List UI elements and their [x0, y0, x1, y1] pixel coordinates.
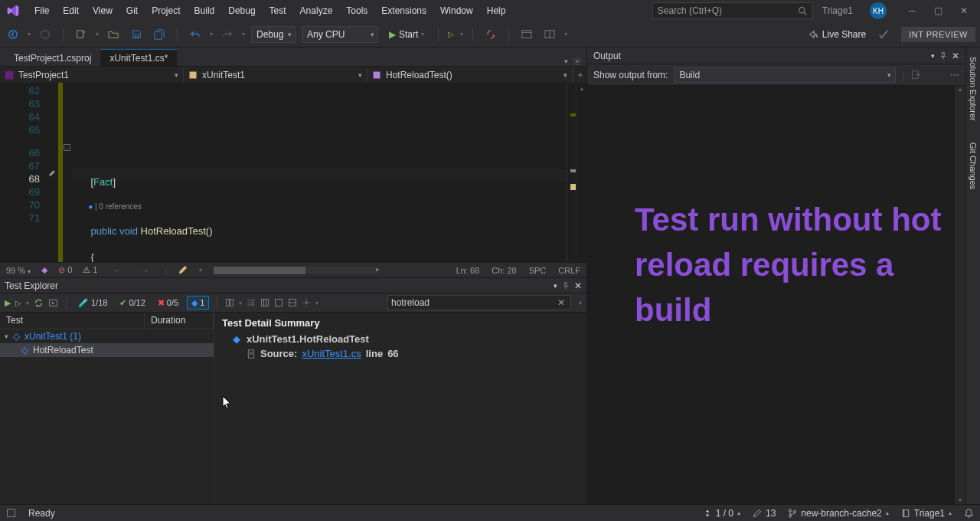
redo-icon[interactable] [219, 26, 236, 43]
dropdown-arrow-icon[interactable]: ▾ [96, 31, 99, 38]
user-avatar[interactable]: KH [870, 2, 887, 19]
te-settings-icon[interactable] [302, 298, 311, 307]
window-position-icon[interactable]: ▾ [554, 282, 557, 290]
te-columns-icon[interactable] [260, 298, 270, 307]
run-icon[interactable]: ▷ [15, 299, 21, 307]
tree-node-root[interactable]: ▾ ◇ xUnitTest1 (1) [0, 329, 214, 343]
vertical-scrollbar[interactable]: ▴ [576, 83, 586, 262]
menu-test[interactable]: Test [263, 2, 293, 19]
dropdown-arrow-icon[interactable]: ▾ [28, 31, 31, 38]
test-search-box[interactable]: ✕ [387, 295, 571, 310]
warning-count[interactable]: ⚠ 1 [83, 265, 97, 275]
tab-settings-icon[interactable] [573, 57, 582, 66]
open-icon[interactable] [105, 26, 122, 43]
menu-edit[interactable]: Edit [56, 2, 86, 19]
scroll-up-icon[interactable]: ▴ [577, 83, 586, 93]
output-source-dropdown[interactable]: Build [674, 67, 896, 83]
status-branch[interactable]: new-branch-cache2 ▴ [788, 508, 888, 519]
feedback-icon[interactable] [875, 26, 892, 43]
start-no-debug-icon[interactable]: ▷ [448, 30, 454, 38]
nav-class-dropdown[interactable]: xUnitTest1 [184, 67, 368, 83]
tree-node-test[interactable]: ◇ HotReloadTest [0, 343, 214, 357]
failed-tests-count[interactable]: ✖0/5 [154, 296, 182, 310]
tab-csproj[interactable]: TestProject1.csproj [5, 49, 100, 66]
menu-file[interactable]: File [28, 2, 56, 19]
side-tab-solution-explorer[interactable]: Solution Explorer [968, 54, 978, 124]
dropdown-arrow-icon[interactable]: ▾ [564, 31, 567, 38]
search-options-icon[interactable]: ▾ [579, 300, 582, 306]
dropdown-arrow-icon[interactable]: ▾ [242, 31, 245, 38]
playlist-icon[interactable] [48, 298, 58, 308]
test-search-input[interactable] [391, 297, 555, 308]
output-body[interactable]: Test run without hot reload requires a b… [587, 86, 965, 507]
run-all-icon[interactable]: ▶ [5, 298, 11, 308]
undo-icon[interactable] [187, 26, 204, 43]
menu-build[interactable]: Build [188, 2, 222, 19]
te-collapse-icon[interactable] [288, 298, 297, 307]
code-area[interactable]: [Fact] ● | 0 references public void HotR… [72, 83, 567, 262]
browser-icon[interactable] [518, 26, 535, 43]
window-position-icon[interactable]: ▾ [931, 52, 935, 60]
save-all-icon[interactable] [151, 26, 168, 43]
split-editor-icon[interactable] [573, 67, 586, 83]
menu-view[interactable]: View [86, 2, 119, 19]
nav-project-dropdown[interactable]: TestProject1 [0, 67, 184, 83]
pin-icon[interactable] [939, 52, 947, 60]
start-button[interactable]: ▶ Start ▾ [384, 29, 429, 40]
health-icon[interactable]: ◆ [41, 265, 47, 275]
repeat-icon[interactable] [34, 298, 44, 308]
track-changes-icon[interactable] [178, 266, 188, 275]
nav-method-dropdown[interactable]: HotReloadTest() [368, 67, 573, 83]
passed-tests-count[interactable]: ✔0/12 [116, 296, 149, 310]
nav-fwd-arrow-icon[interactable]: → [136, 266, 154, 275]
code-editor[interactable]: 62 63 64 65 66 67 68 69 70 71 - [0, 83, 586, 262]
dropdown-arrow-icon[interactable]: ▾ [460, 31, 463, 38]
config-dropdown[interactable]: Debug [251, 26, 296, 43]
tab-overflow-icon[interactable]: ▾ [564, 57, 568, 65]
zoom-level[interactable]: 99 % [6, 266, 31, 275]
expand-icon[interactable]: ▾ [5, 333, 8, 340]
close-panel-icon[interactable]: ✕ [952, 51, 959, 61]
menu-window[interactable]: Window [433, 2, 480, 19]
layout-icon[interactable] [541, 26, 558, 43]
int-preview-badge[interactable]: INT PREVIEW [901, 27, 975, 42]
status-chars[interactable]: 13 [753, 508, 776, 519]
te-expand-icon[interactable] [274, 298, 283, 307]
output-settings-icon[interactable]: ⋯ [950, 70, 959, 80]
status-repo[interactable]: Triage1 ▴ [901, 508, 952, 519]
menu-help[interactable]: Help [480, 2, 513, 19]
goto-icon[interactable] [911, 70, 921, 80]
te-view-icon[interactable] [225, 298, 234, 307]
save-icon[interactable] [128, 26, 145, 43]
menu-extensions[interactable]: Extensions [374, 2, 433, 19]
menu-analyze[interactable]: Analyze [293, 2, 340, 19]
output-scrollbar[interactable]: ▴ ▾ [955, 86, 965, 507]
side-tab-git-changes[interactable]: Git Changes [968, 139, 978, 192]
notrun-tests-count[interactable]: ◆1 [187, 296, 209, 310]
total-tests-count[interactable]: 🧪1/18 [74, 296, 111, 310]
col-test[interactable]: Test [0, 313, 145, 329]
menu-tools[interactable]: Tools [339, 2, 374, 19]
menu-project[interactable]: Project [145, 2, 187, 19]
col-duration[interactable]: Duration [145, 313, 214, 329]
minimize-button[interactable]: ─ [900, 3, 923, 18]
clear-search-icon[interactable]: ✕ [555, 297, 567, 308]
error-count[interactable]: ⊘ 0 [58, 265, 72, 275]
live-share-button[interactable]: Live Share [808, 29, 866, 40]
te-group-icon[interactable] [247, 298, 256, 307]
menu-debug[interactable]: Debug [221, 2, 262, 19]
new-item-icon[interactable] [73, 26, 90, 43]
dropdown-arrow-icon[interactable]: ▾ [210, 31, 213, 38]
line-ending[interactable]: CRLF [558, 266, 580, 275]
platform-dropdown[interactable]: Any CPU [302, 26, 378, 43]
fold-toggle-icon[interactable]: - [64, 144, 70, 151]
nav-back-arrow-icon[interactable]: ← [108, 266, 126, 275]
notifications-icon[interactable] [964, 508, 974, 518]
nav-back-icon[interactable] [5, 26, 21, 43]
pin-icon[interactable] [562, 282, 570, 290]
tab-xunittest1[interactable]: xUnitTest1.cs* [100, 49, 177, 66]
indent-mode[interactable]: SPC [529, 266, 547, 275]
close-panel-icon[interactable]: ✕ [574, 280, 582, 291]
maximize-button[interactable]: ▢ [926, 3, 949, 18]
source-file-link[interactable]: xUnitTest1.cs [302, 348, 361, 359]
